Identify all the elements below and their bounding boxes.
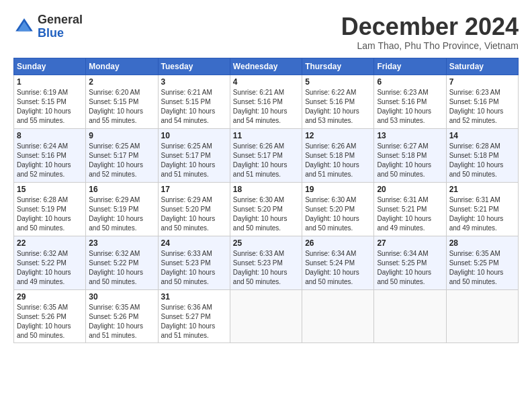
table-cell: 14 Sunrise: 6:28 AM Sunset: 5:18 PM Dayl… [446, 128, 518, 182]
daylight: Daylight: 10 hours and 54 minutes. [161, 107, 216, 124]
day-number: 8 [17, 131, 83, 140]
sunset: Sunset: 5:17 PM [89, 152, 138, 159]
logo-icon [13, 16, 35, 38]
calendar-week-row: 1 Sunrise: 6:19 AM Sunset: 5:15 PM Dayli… [14, 75, 519, 128]
table-cell: 6 Sunrise: 6:23 AM Sunset: 5:16 PM Dayli… [374, 75, 446, 128]
header-monday: Monday [86, 58, 158, 75]
table-cell: 9 Sunrise: 6:25 AM Sunset: 5:17 PM Dayli… [86, 128, 158, 182]
daylight: Daylight: 10 hours and 53 minutes. [377, 107, 431, 124]
day-info: Sunrise: 6:20 AM Sunset: 5:15 PM Dayligh… [89, 88, 154, 126]
location: Lam Thao, Phu Tho Province, Vietnam [341, 40, 519, 51]
day-info: Sunrise: 6:33 AM Sunset: 5:23 PM Dayligh… [161, 249, 227, 287]
day-info: Sunrise: 6:21 AM Sunset: 5:16 PM Dayligh… [233, 88, 299, 126]
table-cell: 10 Sunrise: 6:25 AM Sunset: 5:17 PM Dayl… [158, 128, 230, 182]
logo-text: General Blue [38, 13, 83, 40]
sunset: Sunset: 5:15 PM [89, 98, 138, 105]
table-cell: 15 Sunrise: 6:28 AM Sunset: 5:19 PM Dayl… [14, 182, 86, 236]
sunrise: Sunrise: 6:28 AM [449, 142, 500, 150]
day-number: 28 [449, 238, 515, 248]
daylight: Daylight: 10 hours and 51 minutes. [161, 161, 216, 178]
sunrise: Sunrise: 6:28 AM [17, 196, 68, 203]
daylight: Daylight: 10 hours and 50 minutes. [449, 161, 504, 178]
daylight: Daylight: 10 hours and 54 minutes. [233, 107, 287, 124]
sunset: Sunset: 5:20 PM [305, 205, 355, 213]
daylight: Daylight: 10 hours and 50 minutes. [17, 322, 71, 339]
header-thursday: Thursday [302, 58, 374, 75]
month-title: December 2024 [341, 13, 519, 40]
day-number: 3 [161, 77, 227, 87]
sunset: Sunset: 5:15 PM [17, 98, 66, 105]
daylight: Daylight: 10 hours and 51 minutes. [233, 161, 287, 178]
sunrise: Sunrise: 6:23 AM [449, 89, 500, 96]
daylight: Daylight: 10 hours and 50 minutes. [305, 215, 359, 232]
daylight: Daylight: 10 hours and 50 minutes. [305, 269, 359, 285]
sunset: Sunset: 5:22 PM [17, 259, 66, 267]
table-cell: 1 Sunrise: 6:19 AM Sunset: 5:15 PM Dayli… [14, 75, 86, 128]
day-number: 5 [305, 77, 371, 87]
table-cell [230, 289, 302, 342]
logo-blue: Blue [38, 27, 83, 40]
day-number: 29 [17, 292, 83, 302]
day-info: Sunrise: 6:30 AM Sunset: 5:20 PM Dayligh… [305, 195, 371, 233]
day-number: 30 [89, 292, 154, 302]
daylight: Daylight: 10 hours and 50 minutes. [377, 269, 431, 285]
sunset: Sunset: 5:16 PM [449, 98, 499, 105]
table-cell: 18 Sunrise: 6:30 AM Sunset: 5:20 PM Dayl… [230, 182, 302, 236]
day-info: Sunrise: 6:19 AM Sunset: 5:15 PM Dayligh… [17, 88, 83, 126]
sunrise: Sunrise: 6:26 AM [233, 142, 284, 150]
day-number: 16 [89, 185, 154, 194]
day-info: Sunrise: 6:21 AM Sunset: 5:15 PM Dayligh… [161, 88, 227, 126]
day-info: Sunrise: 6:33 AM Sunset: 5:23 PM Dayligh… [233, 249, 299, 287]
day-number: 7 [449, 77, 515, 87]
day-number: 14 [449, 131, 515, 140]
page-header: General Blue December 2024 Lam Thao, Phu… [13, 13, 519, 51]
sunrise: Sunrise: 6:25 AM [89, 142, 140, 150]
sunrise: Sunrise: 6:31 AM [377, 196, 428, 203]
daylight: Daylight: 10 hours and 51 minutes. [305, 161, 359, 178]
sunset: Sunset: 5:19 PM [17, 205, 66, 213]
sunset: Sunset: 5:19 PM [89, 205, 138, 213]
sunset: Sunset: 5:27 PM [161, 313, 211, 320]
day-info: Sunrise: 6:27 AM Sunset: 5:18 PM Dayligh… [377, 142, 443, 179]
sunrise: Sunrise: 6:34 AM [305, 250, 356, 257]
day-number: 27 [377, 238, 443, 248]
day-number: 6 [377, 77, 443, 87]
daylight: Daylight: 10 hours and 50 minutes. [17, 215, 71, 232]
day-number: 18 [233, 185, 299, 194]
day-number: 20 [377, 185, 443, 194]
sunset: Sunset: 5:26 PM [89, 313, 138, 320]
sunrise: Sunrise: 6:26 AM [305, 142, 356, 150]
day-number: 4 [233, 77, 299, 87]
daylight: Daylight: 10 hours and 49 minutes. [17, 269, 71, 285]
day-number: 22 [17, 238, 83, 248]
day-number: 26 [305, 238, 371, 248]
sunset: Sunset: 5:22 PM [89, 259, 138, 267]
day-info: Sunrise: 6:28 AM Sunset: 5:19 PM Dayligh… [17, 195, 83, 233]
daylight: Daylight: 10 hours and 52 minutes. [17, 161, 71, 178]
day-info: Sunrise: 6:26 AM Sunset: 5:17 PM Dayligh… [233, 142, 299, 179]
table-cell: 3 Sunrise: 6:21 AM Sunset: 5:15 PM Dayli… [158, 75, 230, 128]
sunset: Sunset: 5:18 PM [377, 152, 427, 159]
calendar-week-row: 8 Sunrise: 6:24 AM Sunset: 5:16 PM Dayli… [14, 128, 519, 182]
daylight: Daylight: 10 hours and 55 minutes. [17, 107, 71, 124]
day-info: Sunrise: 6:36 AM Sunset: 5:27 PM Dayligh… [161, 303, 227, 340]
day-info: Sunrise: 6:29 AM Sunset: 5:19 PM Dayligh… [89, 195, 154, 233]
sunrise: Sunrise: 6:35 AM [89, 304, 140, 311]
table-cell: 23 Sunrise: 6:32 AM Sunset: 5:22 PM Dayl… [86, 236, 158, 289]
sunrise: Sunrise: 6:33 AM [161, 250, 212, 257]
daylight: Daylight: 10 hours and 55 minutes. [89, 107, 143, 124]
sunrise: Sunrise: 6:30 AM [233, 196, 284, 203]
day-number: 17 [161, 185, 227, 194]
day-info: Sunrise: 6:34 AM Sunset: 5:25 PM Dayligh… [377, 249, 443, 287]
table-cell: 13 Sunrise: 6:27 AM Sunset: 5:18 PM Dayl… [374, 128, 446, 182]
day-number: 21 [449, 185, 515, 194]
daylight: Daylight: 10 hours and 50 minutes. [89, 269, 143, 285]
day-info: Sunrise: 6:32 AM Sunset: 5:22 PM Dayligh… [89, 249, 154, 287]
logo-general: General [38, 13, 83, 27]
daylight: Daylight: 10 hours and 52 minutes. [449, 107, 504, 124]
day-info: Sunrise: 6:22 AM Sunset: 5:16 PM Dayligh… [305, 88, 371, 126]
sunset: Sunset: 5:18 PM [305, 152, 355, 159]
daylight: Daylight: 10 hours and 50 minutes. [161, 215, 216, 232]
sunset: Sunset: 5:17 PM [161, 152, 211, 159]
day-info: Sunrise: 6:24 AM Sunset: 5:16 PM Dayligh… [17, 142, 83, 179]
